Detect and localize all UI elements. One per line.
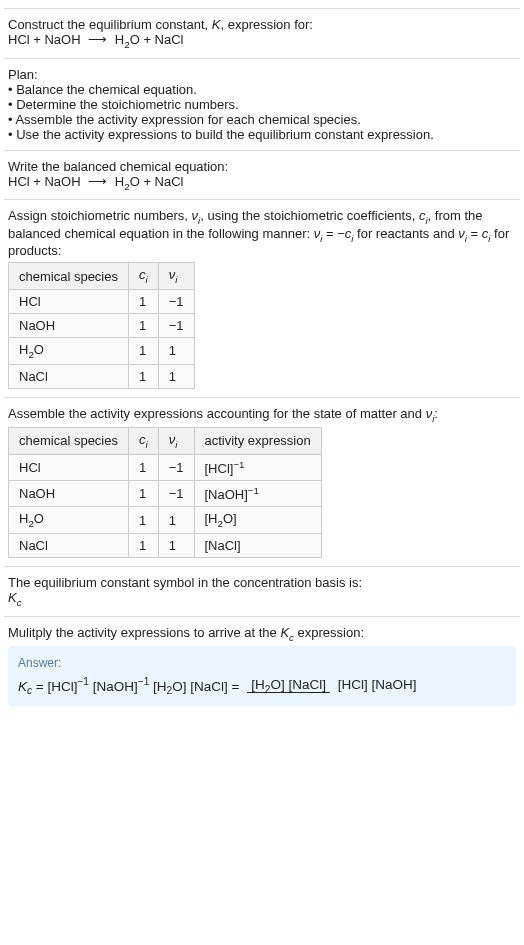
o: O (34, 342, 44, 357)
col-species: chemical species (9, 263, 129, 290)
plan-item: • Use the activity expressions to build … (8, 127, 516, 142)
exp: −1 (248, 485, 259, 496)
question-line1: Construct the equilibrium constant, K, e… (8, 17, 516, 32)
answer-label: Answer: (18, 656, 506, 670)
text: Assemble the activity expressions accoun… (8, 406, 426, 421)
table-row: NaCl 1 1 (9, 364, 195, 388)
multiply-text: Mulitply the activity expressions to arr… (8, 625, 516, 643)
table-row: NaOH 1 −1 (9, 313, 195, 337)
product-h: H (115, 32, 124, 47)
rest: O] [NaCl] = (172, 679, 239, 694)
plan-item: • Assemble the activity expression for e… (8, 112, 516, 127)
cell-v: −1 (158, 454, 194, 480)
product-h: H (115, 174, 124, 189)
table-header-row: chemical species ci νi activity expressi… (9, 428, 322, 455)
cell-v: 1 (158, 534, 194, 558)
cell-c: 1 (129, 289, 159, 313)
plan-item: • Determine the stoichiometric numbers. (8, 97, 516, 112)
cell-c: 1 (129, 534, 159, 558)
cell-c: 1 (129, 337, 159, 364)
balanced-equation-block: Write the balanced chemical equation: HC… (4, 150, 520, 200)
o: O (34, 511, 44, 526)
col-vi: νi (158, 428, 194, 455)
activity-text: Assemble the activity expressions accoun… (8, 406, 516, 424)
arrow-icon: ⟶ (84, 174, 111, 189)
plan-item: • Balance the chemical equation. (8, 82, 516, 97)
table-header-row: chemical species ci νi (9, 263, 195, 290)
table-row: NaCl 1 1 [NaCl] (9, 534, 322, 558)
col-ci: ci (129, 263, 159, 290)
cell-c: 1 (129, 454, 159, 480)
cell-species: H2O (9, 337, 129, 364)
cell-species: NaCl (9, 534, 129, 558)
h: H (19, 511, 28, 526)
reactants: HCl + NaOH (8, 174, 81, 189)
cell-activity: [H2O] (194, 507, 321, 534)
cell-c: 1 (129, 364, 159, 388)
numerator: [H2O] [NaCl] (247, 677, 330, 693)
arrow-icon: ⟶ (84, 32, 111, 47)
col-activity: activity expression (194, 428, 321, 455)
cell-v: 1 (158, 507, 194, 534)
naoh: [NaOH] (93, 679, 138, 694)
table-row: HCl 1 −1 (9, 289, 195, 313)
text: : (434, 406, 438, 421)
stoichiometric-block: Assign stoichiometric numbers, νi, using… (4, 199, 520, 396)
cell-species: HCl (9, 454, 129, 480)
k: K (280, 625, 289, 640)
hcl: [HCl] (47, 679, 77, 694)
product-rest: O + NaCl (130, 32, 184, 47)
cell-c: 1 (129, 481, 159, 507)
table-row: HCl 1 −1 [HCl]−1 (9, 454, 322, 480)
base: [H (205, 511, 218, 526)
stoichiometric-table: chemical species ci νi HCl 1 −1 NaOH 1 −… (8, 262, 195, 388)
multiply-block: Mulitply the activity expressions to arr… (4, 616, 520, 715)
section-title: Write the balanced chemical equation: (8, 159, 516, 174)
kc-symbol: Kc (8, 590, 516, 608)
text: = − (322, 226, 344, 241)
k: K (18, 679, 27, 694)
cell-species: NaOH (9, 313, 129, 337)
sub-c: c (17, 597, 22, 608)
text: for reactants and (353, 226, 458, 241)
exp-neg1: −1 (138, 676, 150, 687)
col-ci: ci (129, 428, 159, 455)
cell-v: −1 (158, 313, 194, 337)
rest: O] [NaCl] (270, 677, 326, 692)
cell-species: NaCl (9, 364, 129, 388)
table-row: NaOH 1 −1 [NaOH]−1 (9, 481, 322, 507)
activity-table: chemical species ci νi activity expressi… (8, 427, 322, 558)
cell-activity: [NaOH]−1 (194, 481, 321, 507)
reactants: HCl + NaOH (8, 32, 81, 47)
base: [HCl] (205, 461, 234, 476)
cell-species: NaOH (9, 481, 129, 507)
kc-symbol-block: The equilibrium constant symbol in the c… (4, 566, 520, 616)
activity-block: Assemble the activity expressions accoun… (4, 397, 520, 566)
denominator: [HCl] [NaOH] (334, 677, 421, 692)
cell-v: −1 (158, 481, 194, 507)
text: expression: (294, 625, 364, 640)
base: [NaOH] (205, 487, 248, 502)
cell-v: −1 (158, 289, 194, 313)
sub-i: i (175, 439, 177, 450)
stoich-text: Assign stoichiometric numbers, νi, using… (8, 208, 516, 258)
text: Assign stoichiometric numbers, (8, 208, 192, 223)
plan-title: Plan: (8, 67, 516, 82)
cell-species: H2O (9, 507, 129, 534)
text: Mulitply the activity expressions to arr… (8, 625, 280, 640)
answer-equation: Kc = [HCl]−1 [NaOH]−1 [H2O] [NaCl] = [H2… (18, 676, 506, 696)
cell-v: 1 (158, 337, 194, 364)
table-row: H2O 1 1 (9, 337, 195, 364)
cell-v: 1 (158, 364, 194, 388)
k: K (8, 590, 17, 605)
exp: −1 (233, 459, 244, 470)
cell-activity: [HCl]−1 (194, 454, 321, 480)
question-block: Construct the equilibrium constant, K, e… (4, 8, 520, 58)
fraction: [H2O] [NaCl] [HCl] [NaOH] (247, 677, 420, 695)
equals: = (32, 679, 47, 694)
col-vi: νi (158, 263, 194, 290)
answer-box: Answer: Kc = [HCl]−1 [NaOH]−1 [H2O] [NaC… (8, 646, 516, 706)
cell-c: 1 (129, 313, 159, 337)
base2: O] (223, 511, 237, 526)
plan-block: Plan: • Balance the chemical equation. •… (4, 58, 520, 150)
